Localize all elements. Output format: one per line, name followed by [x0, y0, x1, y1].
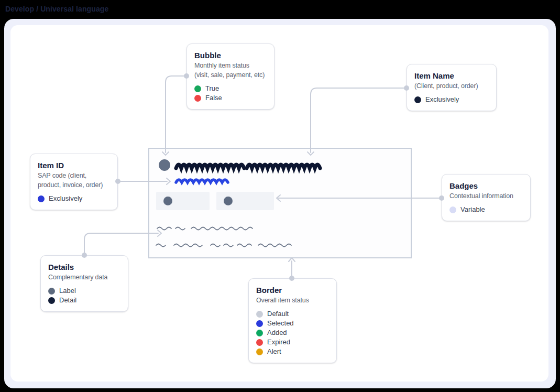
legend-row: Expired: [256, 337, 329, 347]
status-dot-added: [256, 330, 263, 336]
status-dot-true: [194, 85, 201, 92]
connector-item-name: [311, 88, 407, 153]
subtitle-line: SAP code (client,: [38, 171, 110, 180]
status-dot-alert: [256, 349, 263, 355]
callout-item-id: Item ID SAP code (client, product, invoi…: [30, 154, 118, 210]
status-dot-default: [256, 311, 263, 318]
breadcrumb[interactable]: Develop / Universal language: [5, 5, 108, 13]
legend-row: Added: [256, 328, 329, 337]
legend-label: Exclusively: [425, 95, 459, 104]
legend-label: Default: [267, 309, 289, 319]
legend-row: Alert: [256, 347, 329, 356]
legend-label: False: [205, 93, 222, 103]
status-dot-expired: [256, 339, 263, 346]
status-dot-detail: [48, 297, 55, 304]
legend-label: Variable: [460, 205, 485, 214]
legend-label: Expired: [267, 337, 290, 347]
bubble-placeholder: [159, 159, 170, 171]
diagram-canvas: Bubble Monthly item status (visit, sale,…: [10, 25, 548, 382]
legend-row: Exclusively: [38, 194, 110, 203]
callout-title: Item ID: [38, 160, 110, 171]
legend-row: True: [194, 84, 267, 93]
legend-row: Detail: [48, 296, 120, 305]
status-dot-false: [194, 95, 201, 102]
legend-label: Detail: [59, 296, 76, 305]
legend-row: Variable: [449, 205, 523, 214]
badge-placeholder: [216, 192, 274, 210]
status-dot-label: [48, 288, 55, 295]
legend: Exclusively: [38, 194, 110, 203]
legend: Label Detail: [48, 286, 120, 305]
callout-subtitle: (Client, product, order): [414, 81, 489, 91]
callout-title: Details: [48, 262, 120, 273]
callout-title: Bubble: [194, 50, 267, 61]
callout-subtitle: SAP code (client, product, invoice, orde…: [38, 171, 110, 190]
callout-badges: Badges Contextual information Variable: [442, 174, 531, 221]
callout-bubble: Bubble Monthly item status (visit, sale,…: [186, 43, 274, 110]
subtitle-line: Contextual information: [449, 191, 523, 201]
legend-label: True: [205, 84, 219, 93]
legend: Default Selected Added Expired Alert: [256, 309, 329, 356]
legend: Exclusively: [414, 95, 489, 104]
status-dot-selected: [256, 320, 263, 327]
legend-label: Selected: [267, 319, 294, 328]
legend-row: Exclusively: [414, 95, 489, 104]
callout-title: Item Name: [414, 71, 489, 81]
callout-subtitle: Monthly item status (visit, sale, paymen…: [194, 61, 267, 80]
callout-title: Border: [256, 285, 329, 296]
subtitle-line: Overall item status: [256, 296, 329, 305]
callout-subtitle: Complementary data: [48, 273, 120, 282]
connector-details: [84, 233, 158, 255]
callout-details: Details Complementary data Label Detail: [40, 255, 128, 312]
callout-item-name: Item Name (Client, product, order) Exclu…: [407, 64, 497, 111]
legend-label: Alert: [267, 347, 281, 356]
legend-row: False: [194, 93, 267, 103]
subtitle-line: (Client, product, order): [414, 81, 489, 91]
badge-dot: [224, 197, 233, 205]
subtitle-line: product, invoice, order): [38, 180, 110, 190]
legend-row: Selected: [256, 319, 329, 328]
status-dot-exclusively: [414, 96, 421, 103]
legend-row: Label: [48, 286, 120, 296]
callout-subtitle: Contextual information: [449, 191, 523, 201]
callout-subtitle: Overall item status: [256, 296, 329, 305]
legend: True False: [194, 84, 267, 103]
badge-dot: [163, 197, 172, 205]
legend-label: Exclusively: [49, 194, 82, 203]
legend-label: Added: [267, 328, 287, 337]
badge-placeholder: [156, 192, 210, 210]
callout-border: Border Overall item status Default Selec…: [248, 278, 337, 363]
arrowhead-up-icon: [289, 258, 295, 262]
connector-bubble: [166, 76, 186, 153]
subtitle-line: Monthly item status: [194, 61, 267, 70]
subtitle-line: Complementary data: [48, 273, 120, 282]
callout-title: Badges: [449, 181, 523, 191]
legend: Variable: [449, 205, 523, 214]
legend-row: Default: [256, 309, 329, 319]
status-dot-variable: [449, 206, 456, 213]
status-dot-exclusively: [38, 195, 45, 202]
legend-label: Label: [59, 286, 76, 296]
subtitle-line: (visit, sale, payment, etc): [194, 70, 267, 80]
